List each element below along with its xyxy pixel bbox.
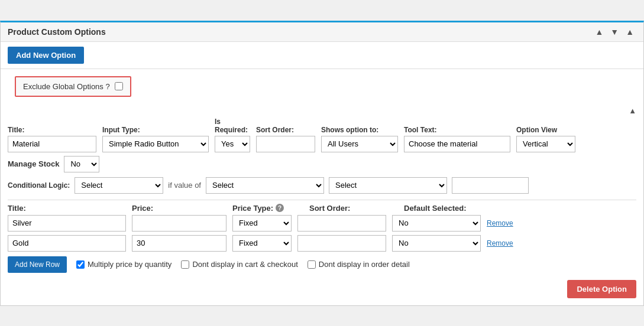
field-group-title: Title: [8,126,96,152]
exclude-global-bar: Exclude Global Options ? [15,76,131,97]
field-group-option-view: Option View Vertical Horizontal [516,126,575,152]
panel-up-button[interactable]: ▲ [593,27,606,37]
panel-down-button[interactable]: ▼ [608,27,621,37]
col-title-header: Title: [8,204,126,213]
row-default-select-2[interactable]: No Yes [392,235,481,252]
title-label: Title: [8,126,96,134]
table-row: Fixed Percent No Yes Remove [8,215,636,232]
row-price-input-1[interactable] [132,215,226,232]
bottom-row: Add New Row Multiply price by quantity D… [8,256,636,273]
footer-row: Delete Option [8,280,636,298]
is-required-select[interactable]: Yes No [215,136,250,152]
tool-text-label: Tool Text: [404,126,510,134]
manage-stock-row: Manage Stock No Yes [8,156,636,172]
panel-expand-button[interactable]: ▲ [623,27,636,37]
row-title-input-2[interactable] [8,235,126,252]
panel-header: Product Custom Options ▲ ▼ ▲ [1,22,643,42]
panel-title: Product Custom Options [8,27,106,37]
row-price-input-2[interactable] [132,235,226,252]
rows-table-header: Title: Price: Price Type: ? Sort Order: … [8,204,636,213]
field-row-1: Title: Input Type: Simple Radio Button D… [8,118,636,152]
no-order-checkbox-label[interactable]: Dont display in order detail [308,260,410,269]
no-cart-label: Dont display in cart & checkout [192,260,297,269]
field-group-is-required: IsRequired: Yes No [215,118,250,152]
col-default-header: Default Selected: [404,204,510,213]
field-group-shows-option: Shows option to: All Users Logged In Gue… [321,126,398,152]
col-sortorder-header: Sort Order: [309,204,398,213]
sort-order-label: Sort Order: [256,126,315,134]
option-view-select[interactable]: Vertical Horizontal [516,136,575,152]
exclude-global-checkbox[interactable] [115,82,123,90]
remove-row-link-1[interactable]: Remove [487,219,513,227]
row-title-input-1[interactable] [8,215,126,232]
multiply-price-label: Multiply price by quantity [88,260,171,269]
add-new-option-button[interactable]: Add New Option [8,47,84,64]
divider [8,200,636,200]
cond-logic-select[interactable]: Select Is Is Not [75,177,163,194]
exclude-global-label: Exclude Global Options ? [23,82,110,91]
col-pricetype-header: Price Type: ? [232,204,303,213]
field-group-input-type: Input Type: Simple Radio Button Drop Dow… [102,126,209,152]
is-required-label: IsRequired: [215,118,250,134]
row-sort-input-2[interactable] [297,235,386,252]
no-order-label: Dont display in order detail [319,260,410,269]
multiply-price-checkbox[interactable] [76,260,85,269]
title-input[interactable] [8,136,96,152]
price-type-info-icon[interactable]: ? [276,204,284,212]
field-group-sort-order: Sort Order: [256,126,315,152]
add-new-row-button[interactable]: Add New Row [8,256,67,273]
field-group-tool-text: Tool Text: [404,126,510,152]
no-order-checkbox[interactable] [308,260,316,269]
cond-select-2[interactable]: Select [329,177,447,194]
row-sort-input-1[interactable] [297,215,386,232]
cond-value-input[interactable] [452,177,529,194]
table-row: Fixed Percent No Yes Remove [8,235,636,252]
row-price-type-select-2[interactable]: Fixed Percent [232,235,292,252]
collapse-indicator: ▲ [8,104,636,118]
no-cart-checkbox-label[interactable]: Dont display in cart & checkout [181,260,297,269]
cond-logic-label: Conditional Logic: [8,181,70,190]
cond-select-1[interactable]: Select [206,177,324,194]
shows-option-label: Shows option to: [321,126,398,134]
toolbar: Add New Option [1,42,643,69]
exclude-bar-wrapper: Exclude Global Options ? [1,69,643,104]
panel-controls: ▲ ▼ ▲ [593,27,636,37]
sort-order-input[interactable] [256,136,315,152]
delete-option-button[interactable]: Delete Option [567,280,636,298]
input-type-label: Input Type: [102,126,209,134]
product-custom-options-panel: Product Custom Options ▲ ▼ ▲ Add New Opt… [0,21,644,306]
manage-stock-select[interactable]: No Yes [64,156,99,172]
col-price-header: Price: [132,204,226,213]
row-default-select-1[interactable]: No Yes [392,215,481,232]
shows-option-select[interactable]: All Users Logged In Guest [321,136,398,152]
main-content: ▲ Title: Input Type: Simple Radio Button… [1,104,643,305]
if-value-label: if value of [168,181,201,190]
multiply-price-checkbox-label[interactable]: Multiply price by quantity [76,260,171,269]
option-view-label: Option View [516,126,575,134]
conditional-logic-row: Conditional Logic: Select Is Is Not if v… [8,177,636,194]
remove-row-link-2[interactable]: Remove [487,239,513,247]
input-type-select[interactable]: Simple Radio Button Drop Down Text Area [102,136,209,152]
tool-text-input[interactable] [404,136,510,152]
no-cart-checkbox[interactable] [181,260,189,269]
row-price-type-select-1[interactable]: Fixed Percent [232,215,292,232]
manage-stock-label: Manage Stock [8,159,59,168]
